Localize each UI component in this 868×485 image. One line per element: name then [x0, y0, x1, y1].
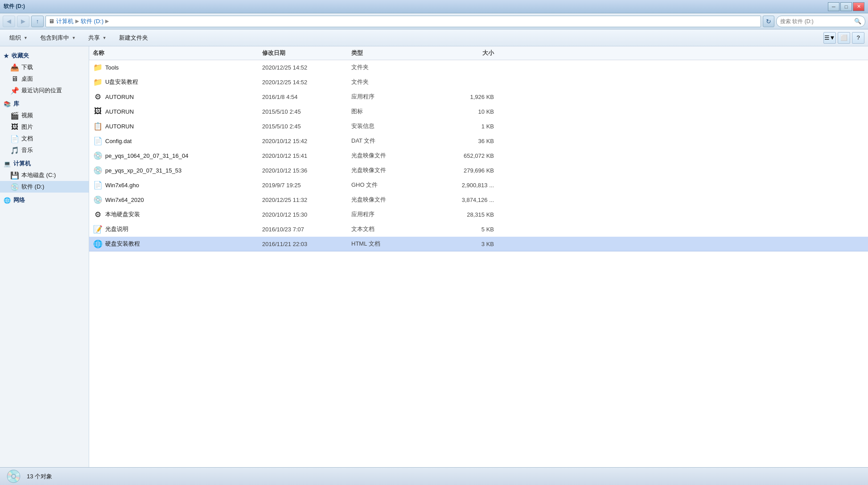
share-button[interactable]: 共享 ▼ — [82, 32, 112, 44]
file-type-icon: 🖼 — [93, 107, 103, 116]
file-type-icon: 🌐 — [93, 239, 103, 249]
column-header-date[interactable]: 修改日期 — [262, 49, 351, 57]
include-library-button[interactable]: 包含到库中 ▼ — [34, 32, 82, 44]
file-name: 光盘说明 — [105, 225, 128, 233]
network-icon: 🌐 — [4, 197, 11, 204]
recent-label: 最近访问的位置 — [21, 86, 62, 95]
file-type-label: 应用程序 — [351, 210, 432, 218]
file-date: 2016/1/8 4:54 — [262, 94, 351, 100]
sidebar-header-network[interactable]: 🌐 网络 — [0, 194, 89, 206]
drive-c-icon: 💾 — [11, 171, 19, 179]
breadcrumb-computer[interactable]: 计算机 — [56, 17, 74, 25]
file-name-cell: 💿 Win7x64_2020 — [93, 195, 262, 205]
status-text: 13 个对象 — [27, 473, 52, 481]
new-folder-button[interactable]: 新建文件夹 — [113, 32, 154, 44]
file-name: Win7x64_2020 — [105, 197, 144, 203]
file-type-label: 文件夹 — [351, 63, 432, 71]
table-row[interactable]: 📁 U盘安装教程 2020/12/25 14:52 文件夹 — [89, 75, 868, 90]
main-area: ★ 收藏夹 📥 下载 🖥 桌面 📌 最近访问的位置 📚 库 — [0, 46, 868, 467]
back-button[interactable]: ◀ — [3, 16, 15, 27]
file-name: 本地硬盘安装 — [105, 210, 140, 218]
toolbar-right: ☰▼ ⬜ ? — [823, 32, 864, 44]
new-folder-label: 新建文件夹 — [119, 34, 148, 42]
file-name: 硬盘安装教程 — [105, 240, 140, 248]
pictures-icon: 🖼 — [11, 123, 19, 131]
table-row[interactable]: 🖼 AUTORUN 2015/5/10 2:45 图标 10 KB — [89, 104, 868, 119]
sidebar-item-videos[interactable]: 🎬 视频 — [0, 110, 89, 121]
file-name-cell: ⚙ AUTORUN — [93, 92, 262, 102]
table-row[interactable]: ⚙ 本地硬盘安装 2020/10/12 15:30 应用程序 28,315 KB — [89, 207, 868, 222]
file-type-icon: 📁 — [93, 62, 103, 72]
refresh-button[interactable]: ↻ — [763, 16, 774, 27]
file-name-cell: 📝 光盘说明 — [93, 224, 262, 234]
sidebar-section-computer: 💻 计算机 💾 本地磁盘 (C:) 💿 软件 (D:) — [0, 158, 89, 193]
table-row[interactable]: 📝 光盘说明 2016/10/23 7:07 文本文档 5 KB — [89, 222, 868, 237]
search-bar: 🔍 — [776, 16, 865, 27]
sidebar-item-recent[interactable]: 📌 最近访问的位置 — [0, 85, 89, 96]
file-type-icon: 💿 — [93, 195, 103, 205]
file-name: U盘安装教程 — [105, 78, 138, 86]
table-row[interactable]: ⚙ AUTORUN 2016/1/8 4:54 应用程序 1,926 KB — [89, 90, 868, 104]
preview-pane-button[interactable]: ⬜ — [838, 32, 850, 44]
file-size: 5 KB — [432, 226, 503, 233]
table-row[interactable]: 📄 Config.dat 2020/10/12 15:42 DAT 文件 36 … — [89, 134, 868, 148]
sidebar-item-documents[interactable]: 📄 文档 — [0, 133, 89, 144]
sidebar-item-desktop[interactable]: 🖥 桌面 — [0, 73, 89, 85]
search-input[interactable] — [780, 18, 852, 25]
up-button[interactable]: ↑ — [31, 16, 44, 27]
maximize-button[interactable]: □ — [840, 2, 852, 11]
minimize-button[interactable]: ─ — [828, 2, 839, 11]
file-date: 2020/12/25 14:52 — [262, 79, 351, 86]
sidebar-item-music[interactable]: 🎵 音乐 — [0, 144, 89, 156]
file-name-cell: 📄 Win7x64.gho — [93, 180, 262, 190]
file-size: 36 KB — [432, 138, 503, 144]
column-header-size[interactable]: 大小 — [432, 49, 503, 57]
forward-button[interactable]: ▶ — [17, 16, 29, 27]
sidebar-header-favorites[interactable]: ★ 收藏夹 — [0, 50, 89, 62]
file-size: 2,900,813 ... — [432, 182, 503, 189]
drive-d-icon: 💿 — [11, 183, 19, 191]
table-row[interactable]: 💿 pe_yqs_1064_20_07_31_16_04 2020/10/12 … — [89, 148, 868, 163]
file-name: Tools — [105, 64, 119, 71]
sidebar-item-pictures[interactable]: 🖼 图片 — [0, 121, 89, 133]
table-row[interactable]: 📄 Win7x64.gho 2019/9/7 19:25 GHO 文件 2,90… — [89, 178, 868, 193]
file-name-cell: 📁 Tools — [93, 62, 262, 72]
column-header-type[interactable]: 类型 — [351, 49, 432, 57]
downloads-icon: 📥 — [11, 63, 19, 71]
table-row[interactable]: 📋 AUTORUN 2015/5/10 2:45 安装信息 1 KB — [89, 119, 868, 134]
network-label: 网络 — [13, 196, 25, 204]
file-date: 2015/5/10 2:45 — [262, 108, 351, 115]
sidebar-header-computer[interactable]: 💻 计算机 — [0, 158, 89, 169]
sidebar-item-drive-c[interactable]: 💾 本地磁盘 (C:) — [0, 169, 89, 181]
table-row[interactable]: 💿 pe_yqs_xp_20_07_31_15_53 2020/10/12 15… — [89, 163, 868, 178]
column-header-name[interactable]: 名称 — [93, 49, 262, 57]
table-row[interactable]: 🌐 硬盘安装教程 2016/11/21 22:03 HTML 文档 3 KB — [89, 237, 868, 251]
file-date: 2016/11/21 22:03 — [262, 241, 351, 247]
file-rows-container: 📁 Tools 2020/12/25 14:52 文件夹 📁 U盘安装教程 20… — [89, 60, 868, 251]
file-type-icon: 💿 — [93, 151, 103, 160]
view-options-button[interactable]: ☰▼ — [823, 32, 836, 44]
file-name-cell: 💿 pe_yqs_1064_20_07_31_16_04 — [93, 151, 262, 160]
sidebar-item-drive-d[interactable]: 💿 软件 (D:) — [0, 181, 89, 193]
file-type-label: 光盘映像文件 — [351, 196, 432, 204]
table-row[interactable]: 📁 Tools 2020/12/25 14:52 文件夹 — [89, 60, 868, 75]
file-name-cell: 💿 pe_yqs_xp_20_07_31_15_53 — [93, 165, 262, 175]
breadcrumb-sep-2: ▶ — [105, 18, 109, 24]
file-name-cell: 📁 U盘安装教程 — [93, 77, 262, 87]
favorites-label: 收藏夹 — [12, 52, 29, 60]
help-button[interactable]: ? — [852, 32, 864, 44]
videos-label: 视频 — [21, 111, 33, 119]
videos-icon: 🎬 — [11, 111, 19, 119]
breadcrumb-drive-d[interactable]: 软件 (D:) — [81, 17, 103, 25]
sidebar-section-favorites: ★ 收藏夹 📥 下载 🖥 桌面 📌 最近访问的位置 — [0, 50, 89, 96]
organize-dropdown-icon: ▼ — [24, 36, 28, 40]
file-type-label: 文件夹 — [351, 78, 432, 86]
close-button[interactable]: ✕ — [853, 2, 864, 11]
file-list-header: 名称 修改日期 类型 大小 — [89, 46, 868, 60]
table-row[interactable]: 💿 Win7x64_2020 2020/12/25 11:32 光盘映像文件 3… — [89, 193, 868, 207]
organize-button[interactable]: 组织 ▼ — [4, 32, 33, 44]
downloads-label: 下载 — [21, 63, 33, 71]
sidebar-header-library[interactable]: 📚 库 — [0, 98, 89, 110]
sidebar-item-downloads[interactable]: 📥 下载 — [0, 62, 89, 73]
breadcrumb: 🖥 计算机 ▶ 软件 (D:) ▶ — [45, 16, 761, 27]
